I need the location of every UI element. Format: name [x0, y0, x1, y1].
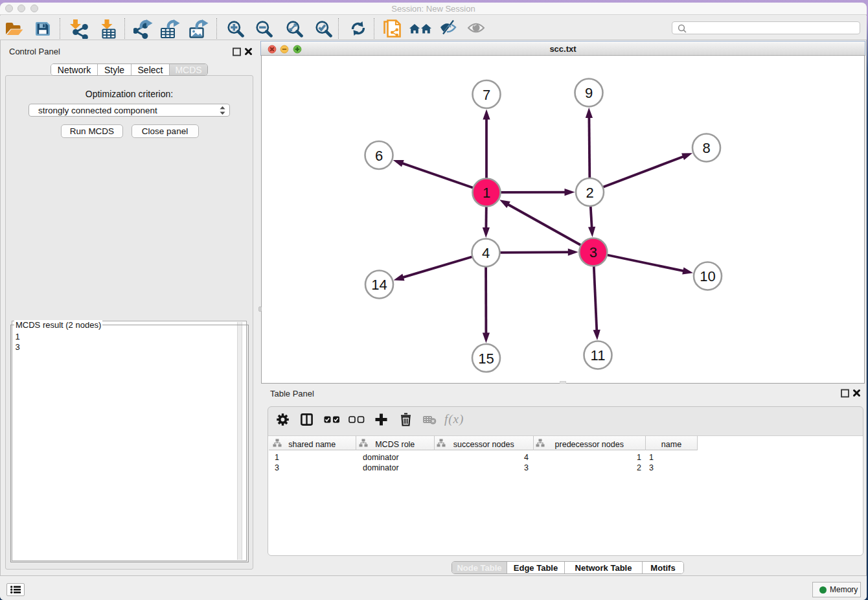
- svg-text:8: 8: [702, 140, 710, 156]
- svg-text:7: 7: [483, 87, 490, 103]
- svg-text:11: 11: [591, 347, 606, 363]
- svg-text:1: 1: [483, 185, 490, 201]
- svg-text:14: 14: [371, 277, 387, 293]
- svg-text:15: 15: [478, 351, 494, 367]
- svg-text:3: 3: [589, 244, 597, 260]
- svg-text:9: 9: [585, 85, 593, 101]
- svg-text:6: 6: [375, 148, 383, 164]
- svg-text:10: 10: [700, 268, 715, 284]
- svg-text:4: 4: [482, 245, 490, 261]
- svg-text:2: 2: [586, 185, 593, 201]
